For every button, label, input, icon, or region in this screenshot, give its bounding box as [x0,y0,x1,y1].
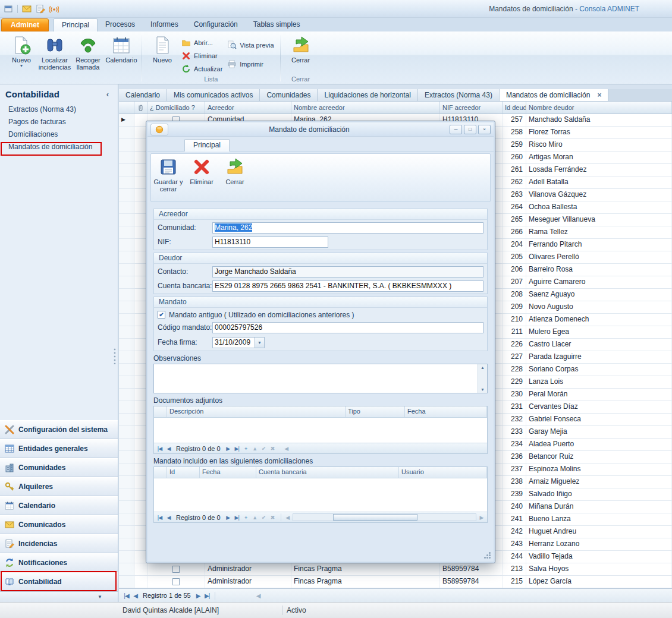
abrir-button[interactable]: Abrir... [179,37,225,48]
close-button[interactable]: × [478,125,491,134]
guardar-y-cerrar-button[interactable]: Guardar y cerrar [153,156,183,200]
prev-record-button[interactable]: ◀ [164,515,173,521]
sidebar-item-entidades-generales[interactable]: Entidades generales [0,439,118,458]
actualizar-button[interactable]: Actualizar [179,63,225,74]
sidebar-item-incidencias[interactable]: Incidencias [0,534,118,553]
col-header-acreedor[interactable]: Acreedor [205,102,291,113]
doc-tab-comunidades[interactable]: Comunidades [260,89,318,101]
recoger-llamada-button[interactable]: Recoger llamada [71,34,105,74]
doc-tab-calendario[interactable]: Calendario [119,89,167,101]
docs-col-tipo[interactable]: Tipo [346,406,405,417]
post-edit-button[interactable]: ✔ [259,446,268,452]
next-record-button[interactable]: ▶ [224,446,233,452]
docs-col-descripcion[interactable]: Descripción [167,406,346,417]
codigo-mandato-input[interactable]: 000025797526 [212,322,483,333]
maximize-button[interactable]: □ [464,125,476,134]
first-record-button[interactable]: |◀ [155,515,164,521]
localizar-incidencias-button[interactable]: Localizar incidencias [38,34,71,74]
cerrar-button[interactable]: Cerrar [284,34,318,74]
fecha-firma-value[interactable]: 31/10/2009 [212,337,255,348]
vista-previa-button[interactable]: Vista previa [225,39,276,51]
dom-col-usuario[interactable]: Usuario [399,467,487,478]
sidebar-item-pagos-de-facturas[interactable]: Pagos de facturas [0,116,118,128]
cuenta-bancaria-input[interactable]: ES29 0128 8975 2665 9863 2541 - BANKINTE… [212,280,483,292]
append-record-button[interactable]: + [241,446,250,452]
col-header-nif-acreedor[interactable]: NIF acreedor [440,102,503,113]
minimize-button[interactable]: ─ [450,125,462,134]
last-record-button[interactable]: ▶| [233,446,241,452]
nuevo-lista-button[interactable]: Nuevo [146,34,179,74]
sidebar-item-configuracion-del-sistema[interactable]: Configuración del sistema [0,420,118,439]
col-header-nombre-acreedor[interactable]: Nombre acreedor [291,102,440,113]
doc-tab-extractos-norma-43[interactable]: Extractos (Norma 43) [418,89,500,101]
sidebar-item-notificaciones[interactable]: Notificaciones [0,553,118,572]
doc-tab-mandatos-de-domiciliacion[interactable]: Mandatos de domiciliación × [500,89,608,101]
edit-record-button[interactable]: ▲ [250,515,259,521]
table-row[interactable]: Administrador Fincas Pragma B58959784 21… [119,576,672,588]
domiciliaciones-grid-body[interactable] [154,478,487,512]
incident-note-icon[interactable] [36,4,45,14]
last-record-button[interactable]: ▶| [233,515,241,521]
contacto-input[interactable]: Jorge Manchado Saldaña [212,266,483,278]
nif-input[interactable]: H11813110 [212,237,328,248]
broadcast-icon[interactable] [49,4,59,14]
fecha-firma-dropdown-button[interactable]: ▼ [255,337,265,348]
dialog-titlebar[interactable]: Mandato de domiciliación ─ □ × [147,122,494,137]
app-window-icon[interactable] [4,4,13,14]
dom-col-fecha[interactable]: Fecha [200,467,256,478]
post-edit-button[interactable]: ✔ [259,515,268,521]
table-row[interactable]: Administrador Fincas Pragma B58959784 21… [119,563,672,576]
dialog-tab-principal[interactable]: Principal [184,139,230,152]
sidebar-item-domiciliaciones[interactable]: Domiciliaciones [0,128,118,141]
col-header-domiciliado[interactable]: ¿ Domiciliado ? [147,102,205,113]
scrollbar-thumb[interactable] [333,514,417,521]
imprimir-button[interactable]: Imprimir [225,58,276,70]
prev-record-button[interactable]: ◀ [131,592,140,599]
fecha-firma-combobox[interactable]: 31/10/2009 ▼ [212,337,265,348]
sidebar-item-calendario[interactable]: Calendario [0,496,118,515]
mandato-antiguo-checkbox[interactable]: ✔ [158,311,165,319]
ribbon-tab-principal[interactable]: Principal [54,18,98,31]
scrollbar-track[interactable] [293,513,476,521]
scroll-up-icon[interactable]: ▲ [481,365,485,370]
sidebar-item-comunidades[interactable]: Comunidades [0,458,118,477]
prev-record-button[interactable]: ◀ [164,446,173,452]
observaciones-scrollbar[interactable]: ▲ ▼ [478,364,487,393]
doc-tab-mis-comunicados-activos[interactable]: Mis comunicados activos [167,89,260,101]
sidebar-splitter-handle[interactable] [114,348,116,364]
sidebar-overflow-button[interactable]: ▼ [0,591,118,602]
ribbon-tab-configuracion[interactable]: Configuración [186,18,246,31]
tab-close-icon[interactable]: × [597,92,601,99]
scroll-left-button[interactable]: ◀ [283,515,292,521]
adminet-application-button[interactable]: Adminet [1,18,49,31]
dialog-cerrar-button[interactable]: Cerrar [220,156,250,200]
col-header-nombre-deudor[interactable]: Nombre deudor [526,102,672,113]
first-record-button[interactable]: |◀ [122,592,131,599]
nuevo-button[interactable]: Nuevo ▼ [5,34,38,74]
edit-record-button[interactable]: ▲ [250,446,259,452]
next-record-button[interactable]: ▶ [194,592,203,599]
ribbon-tab-tablas-simples[interactable]: Tablas simples [246,18,308,31]
scroll-right-button[interactable]: ▶ [477,515,486,521]
dialog-resize-grip[interactable] [483,551,491,559]
first-record-button[interactable]: |◀ [155,446,164,452]
calendario-button[interactable]: Calendario [105,34,138,74]
scroll-down-icon[interactable]: ▼ [481,387,485,392]
append-record-button[interactable]: + [241,515,250,521]
horizontal-scrollbar[interactable]: ◀ ▶ [281,513,486,521]
comunidad-input[interactable]: Marina, 262 [212,222,483,234]
docs-grid-body[interactable] [154,418,487,443]
docs-col-fecha[interactable]: Fecha [405,406,487,417]
sidebar-item-comunicados[interactable]: Comunicados [0,515,118,534]
cancel-edit-button[interactable]: ✖ [268,515,277,521]
ribbon-tab-procesos[interactable]: Procesos [98,18,143,31]
scroll-left-button[interactable]: ◀ [254,592,263,599]
last-record-button[interactable]: ▶| [203,592,212,599]
sidebar-item-extractos[interactable]: Extractos (Norma 43) [0,103,118,116]
observaciones-textarea[interactable]: ▲ ▼ [153,364,488,393]
sidebar-item-contabilidad[interactable]: Contabilidad [0,572,118,591]
col-header-id-deudor[interactable]: Id deudor [503,102,526,113]
col-header-attachment[interactable] [134,102,147,113]
doc-tab-liquidaciones-de-horizontal[interactable]: Liquidaciones de horizontal [318,89,417,101]
sidebar-item-alquileres[interactable]: Alquileres [0,477,118,496]
